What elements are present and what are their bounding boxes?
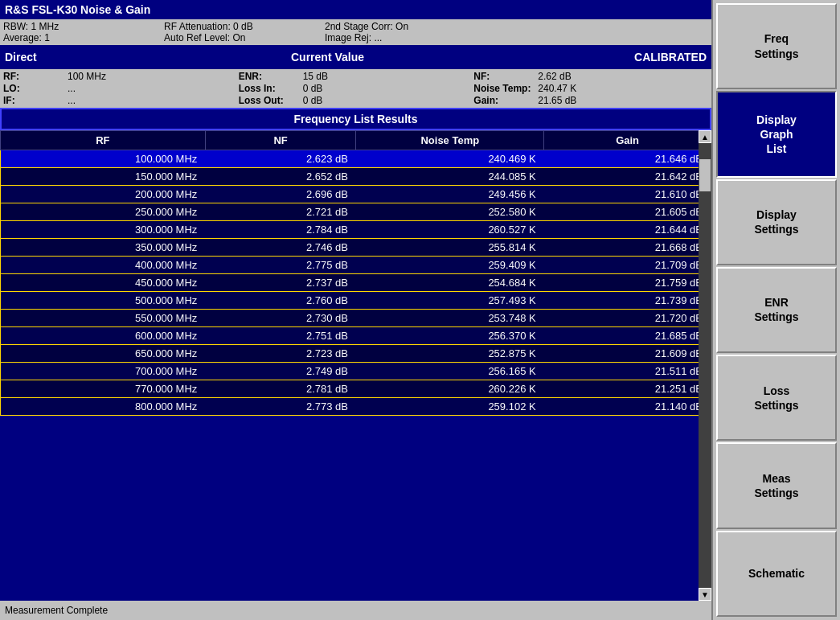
cell-noise_temp: 253.748 K: [356, 310, 544, 327]
rbw-value: 1 MHz: [31, 21, 59, 32]
cell-gain: 21.610 dB: [544, 186, 711, 203]
loss-out-meas-row: Loss Out: 0 dB: [239, 95, 473, 106]
cell-rf: 550.000 MHz: [1, 310, 206, 327]
table-header: RF NF Noise Temp Gain: [1, 131, 711, 150]
table-row[interactable]: 770.000 MHz2.781 dB260.226 K21.251 dB: [1, 380, 711, 398]
cell-nf: 2.723 dB: [205, 345, 356, 363]
cell-rf: 200.000 MHz: [1, 186, 206, 203]
sidebar-btn-enr-settings[interactable]: ENR Settings: [716, 267, 837, 353]
gain-label: Gain:: [473, 95, 538, 106]
freq-table: RF NF Noise Temp Gain 100.000 MHz2.623 d…: [0, 130, 711, 416]
cell-nf: 2.696 dB: [205, 186, 356, 203]
average-value: 1: [44, 32, 50, 43]
rf-meas-label: RF:: [3, 71, 68, 82]
loss-in-label: Loss In:: [239, 83, 303, 94]
cell-rf: 100.000 MHz: [1, 150, 206, 168]
cell-gain: 21.511 dB: [544, 363, 711, 380]
cell-nf: 2.746 dB: [205, 239, 356, 257]
table-row[interactable]: 700.000 MHz2.749 dB256.165 K21.511 dB: [1, 363, 711, 380]
sidebar-btn-freq-settings[interactable]: Freq Settings: [716, 3, 837, 89]
enr-value: 15 dB: [303, 71, 328, 82]
table-row[interactable]: 500.000 MHz2.760 dB257.493 K21.739 dB: [1, 292, 711, 310]
cell-rf: 400.000 MHz: [1, 257, 206, 274]
cell-rf: 800.000 MHz: [1, 398, 206, 416]
cell-nf: 2.751 dB: [205, 327, 356, 345]
status-direct: Direct: [5, 51, 69, 64]
table-row[interactable]: 200.000 MHz2.696 dB249.456 K21.610 dB: [1, 186, 711, 203]
table-row[interactable]: 450.000 MHz2.737 dB254.684 K21.759 dB: [1, 274, 711, 292]
auto-ref-value: On: [232, 32, 245, 43]
freq-table-body: 100.000 MHz2.623 dB240.469 K21.646 dB150…: [1, 150, 711, 416]
loss-in-meas-row: Loss In: 0 dB: [239, 83, 473, 94]
cell-gain: 21.605 dB: [544, 203, 711, 221]
scroll-track[interactable]: [699, 143, 711, 588]
cell-noise_temp: 256.165 K: [356, 363, 544, 380]
cell-nf: 2.775 dB: [205, 257, 356, 274]
rf-atten-label: RF Attenuation:: [164, 21, 231, 32]
rbw-label: RBW:: [3, 21, 28, 32]
cell-noise_temp: 252.875 K: [356, 345, 544, 363]
table-row[interactable]: 300.000 MHz2.784 dB260.527 K21.644 dB: [1, 221, 711, 239]
nf-meas-row: NF: 2.62 dB: [473, 71, 708, 82]
enr-meas-row: ENR: 15 dB: [239, 71, 473, 82]
cell-noise_temp: 259.102 K: [356, 398, 544, 416]
noise-temp-meas-row: Noise Temp: 240.47 K: [473, 83, 708, 94]
table-row[interactable]: 650.000 MHz2.723 dB252.875 K21.609 dB: [1, 345, 711, 363]
table-wrapper: RF NF Noise Temp Gain 100.000 MHz2.623 d…: [0, 130, 711, 601]
title-bar: R&S FSL-K30 Noise & Gain: [0, 0, 711, 19]
freq-list-header: Frequency List Results: [0, 108, 711, 130]
table-row[interactable]: 150.000 MHz2.652 dB244.085 K21.642 dB: [1, 168, 711, 186]
gain-meas-row: Gain: 21.65 dB: [473, 95, 708, 106]
loss-in-value: 0 dB: [303, 83, 323, 94]
cell-nf: 2.760 dB: [205, 292, 356, 310]
cell-rf: 350.000 MHz: [1, 239, 206, 257]
col-gain: Gain: [544, 131, 711, 150]
cell-gain: 21.668 dB: [544, 239, 711, 257]
cell-nf: 2.652 dB: [205, 168, 356, 186]
enr-label: ENR:: [239, 71, 303, 82]
table-row[interactable]: 550.000 MHz2.730 dB253.748 K21.720 dB: [1, 310, 711, 327]
cell-nf: 2.623 dB: [205, 150, 356, 168]
cell-rf: 500.000 MHz: [1, 292, 206, 310]
lo-value: ...: [68, 83, 76, 94]
cell-rf: 150.000 MHz: [1, 168, 206, 186]
main-panel: R&S FSL-K30 Noise & Gain RBW: 1 MHz RF A…: [0, 0, 711, 620]
image-rej-value: ...: [374, 32, 382, 43]
cell-gain: 21.739 dB: [544, 292, 711, 310]
table-row[interactable]: 400.000 MHz2.775 dB259.409 K21.709 dB: [1, 257, 711, 274]
sidebar-btn-loss-settings[interactable]: Loss Settings: [716, 355, 837, 441]
scroll-down-button[interactable]: ▼: [699, 588, 711, 601]
status-bottom: Measurement Complete: [0, 601, 711, 620]
cell-gain: 21.251 dB: [544, 380, 711, 398]
table-row[interactable]: 600.000 MHz2.751 dB256.370 K21.685 dB: [1, 327, 711, 345]
cell-rf: 300.000 MHz: [1, 221, 206, 239]
cell-nf: 2.773 dB: [205, 398, 356, 416]
cell-noise_temp: 255.814 K: [356, 239, 544, 257]
cell-noise_temp: 249.456 K: [356, 186, 544, 203]
sidebar-btn-display-settings[interactable]: Display Settings: [716, 179, 837, 265]
table-row[interactable]: 800.000 MHz2.773 dB259.102 K21.140 dB: [1, 398, 711, 416]
sidebar-btn-meas-settings[interactable]: Meas Settings: [716, 442, 837, 528]
app: R&S FSL-K30 Noise & Gain RBW: 1 MHz RF A…: [0, 0, 840, 620]
table-row[interactable]: 250.000 MHz2.721 dB252.580 K21.605 dB: [1, 203, 711, 221]
lo-meas-row: LO: ...: [3, 83, 238, 94]
auto-ref-label: Auto Ref Level:: [164, 32, 230, 43]
lo-label: LO:: [3, 83, 68, 94]
sidebar-btn-display-graph-list[interactable]: Display Graph List: [716, 91, 837, 177]
gain-value: 21.65 dB: [538, 95, 576, 106]
cell-gain: 21.759 dB: [544, 274, 711, 292]
average-label: Average:: [3, 32, 42, 43]
noise-temp-label: Noise Temp:: [473, 83, 538, 94]
cell-gain: 21.709 dB: [544, 257, 711, 274]
cell-noise_temp: 260.527 K: [356, 221, 544, 239]
scroll-up-button[interactable]: ▲: [699, 130, 711, 143]
scrollbar[interactable]: ▲ ▼: [699, 130, 711, 601]
nf-label: NF:: [473, 71, 538, 82]
sidebar-btn-schematic[interactable]: Schematic: [716, 531, 837, 617]
table-row[interactable]: 350.000 MHz2.746 dB255.814 K21.668 dB: [1, 239, 711, 257]
col-noise-temp: Noise Temp: [356, 131, 544, 150]
table-row[interactable]: 100.000 MHz2.623 dB240.469 K21.646 dB: [1, 150, 711, 168]
info-bar: RBW: 1 MHz RF Attenuation: 0 dB 2nd Stag…: [0, 19, 711, 45]
scroll-thumb[interactable]: [699, 159, 711, 191]
table-container: RF NF Noise Temp Gain 100.000 MHz2.623 d…: [0, 130, 711, 416]
